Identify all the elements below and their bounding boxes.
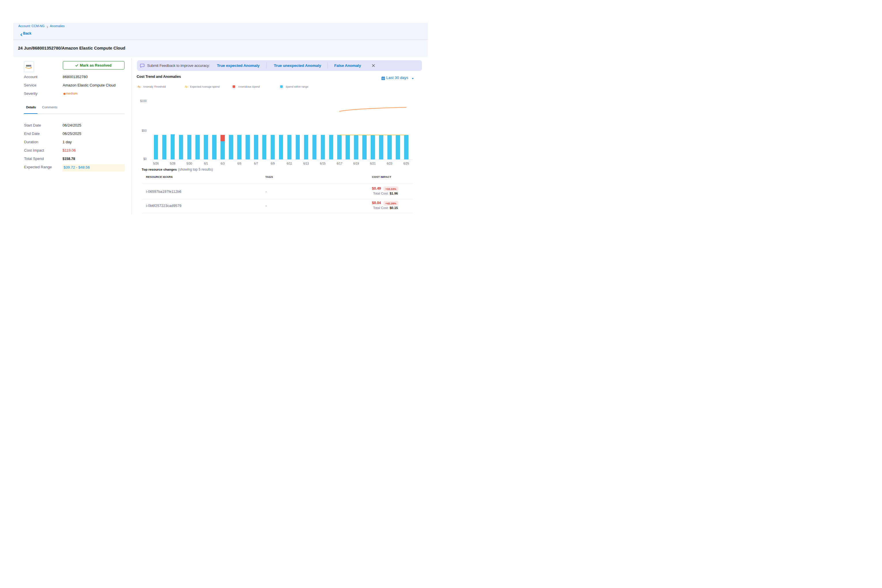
- svg-text:aws: aws: [26, 64, 32, 67]
